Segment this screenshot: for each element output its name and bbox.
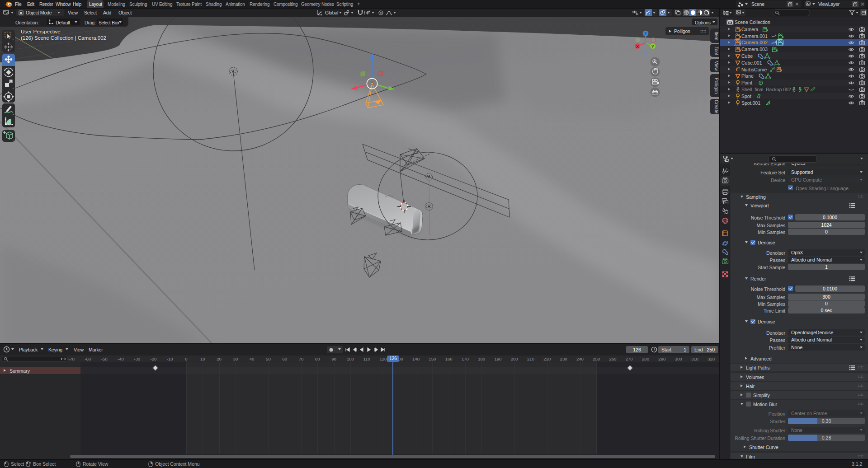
svg-text:X: X xyxy=(636,44,639,49)
svg-text:Z: Z xyxy=(644,32,647,36)
svg-text:Y: Y xyxy=(651,44,654,49)
